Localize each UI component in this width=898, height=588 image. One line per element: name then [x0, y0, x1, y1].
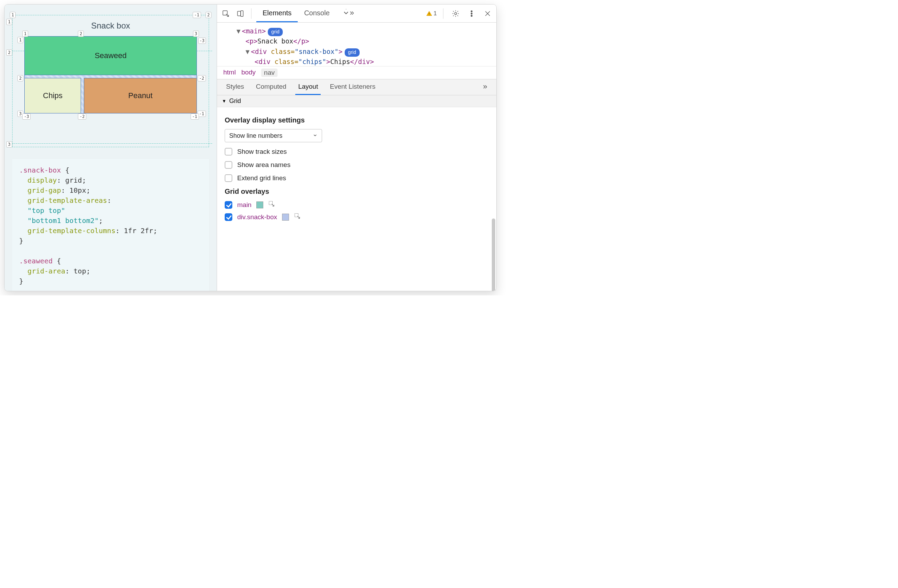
svg-point-7 [471, 13, 472, 14]
inner-col-3-top: 3 [193, 31, 199, 37]
inner-row-neg2: -2 [198, 75, 206, 82]
app-window: 1 -1 2 1 2 3 Snack box 1 2 3 -3 1 2 3 [4, 4, 497, 291]
code-val-top: top [74, 267, 86, 275]
panel-scrollbar[interactable] [492, 219, 495, 291]
dom-attr-class: class= [271, 48, 295, 55]
close-devtools-icon[interactable] [482, 8, 494, 20]
code-selector-2: .seaweed [19, 257, 52, 265]
subtabs-overflow[interactable]: » [480, 79, 490, 95]
tabs-overflow[interactable]: » [336, 5, 360, 22]
code-prop-area: grid-area [28, 267, 65, 275]
code-prop-display: display [28, 176, 57, 185]
subtab-event-listeners[interactable]: Event Listeners [327, 79, 378, 95]
scrollbar-thumb[interactable] [492, 219, 495, 291]
crumb-nav[interactable]: nav [261, 69, 278, 77]
dom-tree[interactable]: ▼<main>grid <p>Snack box</p> ▼<div class… [217, 23, 496, 66]
outer-row-line-3: 3 [6, 141, 12, 148]
outer-col-line-neg1: -1 [193, 12, 201, 18]
code-areas-row2: "bottom1 bottom2" [28, 216, 99, 225]
label-track-sizes: Show track sizes [237, 148, 287, 155]
device-toolbar-icon[interactable] [234, 8, 246, 20]
code-val-10px: 10px [69, 186, 86, 194]
inner-col-neg3-bot: -3 [22, 114, 31, 120]
overlay-swatch-main[interactable] [256, 202, 263, 208]
warning-badge[interactable]: 1 [426, 10, 437, 17]
cell-chips: Chips [25, 78, 81, 113]
outer-row-line-2: 2 [6, 49, 12, 56]
reveal-in-elements-icon[interactable] [268, 200, 275, 209]
overlay-settings-heading: Overlay display settings [224, 116, 489, 124]
subtab-layout[interactable]: Layout [295, 79, 321, 95]
code-snippet: .snack-box { display: grid; grid-gap: 10… [12, 159, 209, 291]
grid-badge-snackbox[interactable]: grid [344, 48, 360, 57]
settings-gear-icon[interactable] [450, 8, 461, 20]
inner-col-1-top: 1 [22, 31, 28, 37]
layout-panel-body: Overlay display settings Show line numbe… [217, 107, 496, 291]
checkbox-extend-lines[interactable] [224, 174, 232, 182]
overlay-swatch-snackbox[interactable] [282, 214, 289, 220]
code-prop-gap: grid-gap [28, 186, 61, 194]
dom-breadcrumb[interactable]: html body nav [217, 66, 496, 79]
cell-seaweed: Seaweed [25, 37, 197, 75]
checkbox-overlay-main[interactable] [224, 201, 232, 209]
label-area-names: Show area names [237, 161, 291, 169]
inner-col-neg2-bot: -2 [78, 114, 86, 120]
line-labels-select[interactable]: Show line numbers [224, 129, 322, 142]
toolbar-divider-2 [443, 8, 443, 19]
grid-section-title: Grid [229, 97, 241, 105]
svg-rect-1 [238, 11, 241, 15]
page-preview-pane: 1 -1 2 1 2 3 Snack box 1 2 3 -3 1 2 3 [5, 5, 217, 291]
devtools-pane: Elements Console » 1 [217, 5, 496, 291]
subtab-computed[interactable]: Computed [253, 79, 289, 95]
grid-section-header[interactable]: ▼ Grid [217, 95, 496, 107]
svg-rect-4 [429, 15, 429, 15]
inner-row-1: 1 [17, 37, 23, 43]
svg-rect-2 [241, 11, 243, 16]
dom-div-open: <div [251, 48, 271, 55]
cell-peanut: Peanut [84, 78, 197, 113]
dom-div-close-angle: > [338, 48, 342, 55]
reveal-in-elements-icon-2[interactable] [294, 212, 301, 221]
dom-chips-open: <div [255, 58, 274, 65]
outer-row-guide-3 [9, 143, 212, 144]
svg-point-5 [455, 12, 457, 15]
overlay-label-main[interactable]: main [237, 201, 251, 209]
snack-box-wrap: 1 2 3 -3 1 2 3 -2 -1 Seaweed Chips Peanu… [25, 36, 197, 114]
devtools-main-tabs: Elements Console » [256, 5, 360, 22]
code-prop-cols: grid-template-columns [28, 226, 115, 235]
tab-console[interactable]: Console [298, 5, 336, 22]
kebab-menu-icon[interactable] [466, 8, 478, 20]
code-selector-1: .snack-box [19, 166, 61, 174]
code-areas-row1: "top top" [28, 206, 65, 215]
checkbox-overlay-snackbox[interactable] [224, 213, 232, 221]
inner-top-neg-3: -3 [198, 38, 206, 44]
outer-col-line-1: 1 [10, 12, 15, 18]
line-labels-select-value: Show line numbers [229, 132, 282, 140]
svg-point-8 [471, 15, 472, 16]
crumb-body[interactable]: body [241, 69, 255, 77]
outer-row-line-1: 1 [6, 19, 12, 25]
subtab-styles[interactable]: Styles [223, 79, 247, 95]
snack-box-grid: Seaweed Chips Peanut [25, 36, 197, 114]
code-val-cols: 1fr 2fr [124, 226, 153, 235]
dom-main-open: <main> [242, 27, 266, 35]
checkbox-area-names[interactable] [224, 161, 232, 169]
svg-point-6 [471, 11, 472, 12]
chevron-down-icon [313, 132, 318, 140]
crumb-html[interactable]: html [223, 69, 236, 77]
warning-count: 1 [434, 10, 437, 17]
label-extend-lines: Extend grid lines [237, 174, 286, 182]
inner-row-2: 2 [17, 75, 23, 82]
tab-elements[interactable]: Elements [256, 5, 298, 22]
overlay-label-snackbox[interactable]: div.snack-box [237, 213, 277, 221]
checkbox-track-sizes[interactable] [224, 148, 232, 155]
disclosure-triangle-icon: ▼ [222, 99, 226, 104]
dom-attr-val: "snack-box" [295, 48, 338, 55]
grid-badge-main[interactable]: grid [268, 28, 283, 36]
inner-col-neg1-bot: -1 [191, 114, 199, 120]
styles-subtabs: Styles Computed Layout Event Listeners » [217, 79, 496, 95]
outer-col-line-2: 2 [206, 12, 211, 18]
inspect-element-icon[interactable] [220, 8, 232, 20]
grid-overlays-heading: Grid overlays [224, 188, 489, 195]
dom-chips-val: "chips" [298, 58, 326, 65]
